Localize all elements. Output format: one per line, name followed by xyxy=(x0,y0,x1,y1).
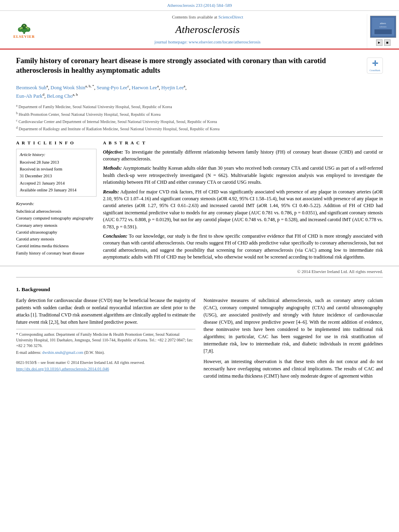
author-eunah[interactable]: Eun-Ah Park xyxy=(16,93,43,99)
keyword-7: Family history of coronary heart disease xyxy=(16,250,97,256)
elsevier-logo: ELSEVIER xyxy=(8,23,40,39)
journal-title-area: Contents lists available at ScienceDirec… xyxy=(48,14,367,49)
icon-button-1[interactable]: ▶ xyxy=(376,39,383,46)
copyright-text: © 2014 Elsevier Ireland Ltd. All rights … xyxy=(297,269,383,274)
article-title: Family history of coronary heart disease… xyxy=(16,56,362,76)
received-date: Received 28 June 2013 xyxy=(20,159,93,165)
keywords-label: Keywords: xyxy=(16,201,97,207)
journal-reference: Atherosclerosis 233 (2014) 584–589 xyxy=(167,3,232,8)
article-title-section: Family history of coronary heart disease… xyxy=(0,49,399,132)
svg-point-9 xyxy=(27,28,29,29)
objective-text: To investigate the potentially different… xyxy=(103,149,383,162)
corresponding-author-note: * Corresponding author. Department of Fa… xyxy=(16,332,195,349)
bottom-links: 0021-9150/$ – see front matter © 2014 El… xyxy=(16,357,195,372)
page: Atherosclerosis 233 (2014) 584–589 xyxy=(0,0,399,532)
email-link[interactable]: dwshin.snuh@gmail.com xyxy=(42,350,83,355)
icon-button-2[interactable]: ◼ xyxy=(384,39,391,46)
crossmark-label: CrossMark xyxy=(370,69,380,72)
available-online: Available online 29 January 2014 xyxy=(20,187,93,193)
email-label: E-mail address: xyxy=(16,350,41,355)
section1-right-col: Noninvasive measures of subclinical athe… xyxy=(204,297,383,383)
section1-left-col: Early detection for cardiovascular disea… xyxy=(16,297,195,383)
svg-rect-14 xyxy=(374,29,392,34)
issn-line: 0021-9150/$ – see front matter © 2014 El… xyxy=(16,360,179,366)
received-revised-date: 31 December 2013 xyxy=(20,173,93,179)
cover-image-icon: athero sclerosis xyxy=(370,16,396,37)
journal-cover-area: athero sclerosis ▶ ◼ xyxy=(367,14,399,49)
journal-homepage-url: journal homepage: www.elsevier.com/locat… xyxy=(154,39,261,45)
results-label: Results: xyxy=(103,189,119,195)
accepted-date: Accepted 21 January 2014 xyxy=(20,180,93,186)
contents-available-line: Contents lists available at ScienceDirec… xyxy=(172,14,243,21)
article-info-column: A R T I C L E I N F O Article history: R… xyxy=(16,140,97,263)
keyword-3: Coronary artery stenosis xyxy=(16,222,97,228)
svg-point-5 xyxy=(21,27,23,29)
svg-text:athero: athero xyxy=(380,22,386,25)
author-seungpyo[interactable]: Seung-Pyo Lee xyxy=(97,85,128,90)
affiliation-c: c Cardiovascular Center and Department o… xyxy=(16,118,383,125)
abstract-column: A B S T R A C T Objective: To investigat… xyxy=(103,140,383,263)
svg-point-6 xyxy=(26,26,27,28)
journal-header: ELSEVIER Contents lists available at Sci… xyxy=(0,11,399,49)
keyword-5: Carotid artery stenosis xyxy=(16,236,97,242)
elsevier-tree-icon xyxy=(16,23,32,34)
email-note: E-mail address: dwshin.snuh@gmail.com (D… xyxy=(16,350,195,355)
email-name: (D.W. Shin). xyxy=(84,350,105,355)
abstract-heading: A B S T R A C T xyxy=(103,140,383,146)
section1-title: Background xyxy=(22,286,50,292)
affiliation-a: a Department of Family Medicine, Seoul N… xyxy=(16,103,383,110)
keyword-4: Carotid ultrasonography xyxy=(16,229,97,235)
section1-para2: Noninvasive measures of subclinical athe… xyxy=(204,297,383,355)
author-haewon[interactable]: Haewon Lee xyxy=(132,85,157,90)
section1-number: 1. xyxy=(16,286,20,292)
author-belong[interactable]: BeLong Cho xyxy=(47,93,72,99)
footnote-area: * Corresponding author. Department of Fa… xyxy=(16,329,195,355)
article-history-box: Article history: Received 28 June 2013 R… xyxy=(16,149,97,197)
abstract-conclusion: Conclusion: To our knowledge, our study … xyxy=(103,233,383,261)
article-history-label: Article history: xyxy=(20,152,93,158)
abstract-objective: Objective: To investigate the potentiall… xyxy=(103,149,383,163)
section1-heading: 1. Background xyxy=(16,286,383,294)
contents-text: Contents lists available at xyxy=(172,14,217,19)
keyword-6: Carotid intima media thickness xyxy=(16,243,97,249)
article-info-abstract-section: A R T I C L E I N F O Article history: R… xyxy=(0,140,399,263)
keyword-1: Subclinical atherosclerosis xyxy=(16,208,97,214)
journal-title: Atherosclerosis xyxy=(175,22,240,37)
article-info-heading: A R T I C L E I N F O xyxy=(16,140,97,146)
objective-label: Objective: xyxy=(103,149,123,155)
conclusion-text: To our knowledge, our study is the first… xyxy=(103,233,383,260)
affiliation-b: b Health Promotion Center, Seoul Nationa… xyxy=(16,111,383,117)
abstract-methods: Methods: Asymptomatic healthy Korean adu… xyxy=(103,165,383,186)
results-text: Adjusted for major CVD risk factors, FH … xyxy=(103,189,383,230)
section1-para1: Early detection for cardiovascular disea… xyxy=(16,297,195,326)
keywords-section: Keywords: Subclinical atherosclerosis Co… xyxy=(16,201,97,256)
crossmark-badge[interactable]: ✛ CrossMark xyxy=(367,58,383,74)
section1-title-area: 1. Background xyxy=(0,281,399,294)
elsevier-wordmark: ELSEVIER xyxy=(13,34,35,39)
author-dongwook[interactable]: Dong Wook Shin xyxy=(51,85,85,90)
affiliations: a Department of Family Medicine, Seoul N… xyxy=(16,103,383,132)
author-beomseok[interactable]: Beomseok Suh xyxy=(16,85,46,90)
section1-para3: However, an interesting observation is t… xyxy=(204,358,383,380)
methods-label: Methods: xyxy=(103,165,122,171)
svg-point-7 xyxy=(24,25,25,26)
affiliation-d: d Department of Radiology and Institute … xyxy=(16,125,383,132)
crossmark-cross-icon: ✛ xyxy=(372,58,378,69)
authors-line: Beomseok Suha, Dong Wook Shina, b, *, Se… xyxy=(16,83,383,100)
received-revised-label: Received in revised form xyxy=(20,166,93,172)
journal-icon-buttons: ▶ ◼ xyxy=(376,39,391,46)
svg-point-8 xyxy=(20,28,21,29)
keyword-2: Coronary computed tomography angiography xyxy=(16,215,97,221)
svg-text:sclerosis: sclerosis xyxy=(379,26,386,28)
journal-cover-thumbnail: athero sclerosis xyxy=(370,16,396,38)
author-hyejin[interactable]: Hyejin Lee xyxy=(161,85,184,90)
methods-text: Asymptomatic healthy Korean adults older… xyxy=(103,165,383,185)
copyright-line: © 2014 Elsevier Ireland Ltd. All rights … xyxy=(0,266,399,277)
conclusion-label: Conclusion: xyxy=(103,233,128,239)
top-bar: Atherosclerosis 233 (2014) 584–589 xyxy=(0,0,399,11)
section1-body: Early detection for cardiovascular disea… xyxy=(0,297,399,383)
abstract-results: Results: Adjusted for major CVD risk fac… xyxy=(103,189,383,230)
publisher-logo-area: ELSEVIER xyxy=(0,14,48,49)
doi-link[interactable]: http://dx.doi.org/10.1016/j.atherosclero… xyxy=(16,367,109,371)
sciencedirect-link[interactable]: ScienceDirect xyxy=(218,14,243,19)
